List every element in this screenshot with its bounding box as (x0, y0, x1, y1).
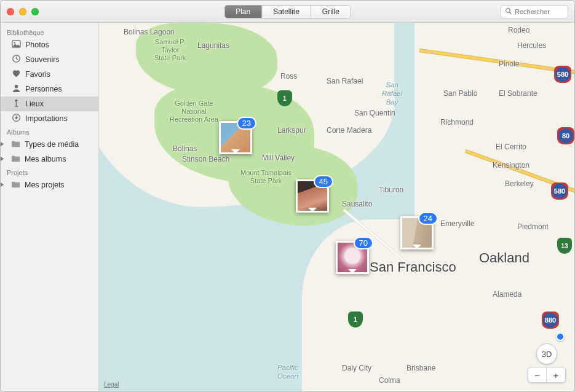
sidebar-item-my-projects[interactable]: Mes projets (1, 178, 98, 192)
sidebar-item-label: Photos (25, 41, 49, 49)
water-label: PacificOcean (277, 364, 298, 381)
photo-cluster-pin[interactable]: 23 (219, 121, 252, 154)
photo-count-badge: 23 (237, 117, 256, 130)
main-body: Bibliothèque Photos Souvenirs Favoris Pe… (1, 23, 574, 391)
sidebar-item-label: Personnes (25, 85, 62, 93)
person-icon (12, 84, 21, 95)
folder-icon (11, 179, 20, 190)
sidebar-item-label: Mes albums (25, 155, 66, 163)
city-label: Tiburon (379, 186, 403, 194)
map-controls: 3D − + (528, 332, 566, 383)
state-route-shield: 1 (277, 90, 292, 106)
zoom-in-button[interactable]: + (547, 367, 565, 382)
sidebar-section-albums: Albums (1, 126, 98, 137)
sidebar-item-label: Favoris (25, 70, 50, 79)
close-window-button[interactable] (7, 8, 14, 15)
fullscreen-window-button[interactable] (31, 8, 39, 15)
compass-icon[interactable] (556, 332, 565, 341)
sidebar-item-my-albums[interactable]: Mes albums (1, 152, 98, 167)
sidebar-item-memories[interactable]: Souvenirs (1, 52, 98, 67)
photo-cluster-pin[interactable]: 70 (336, 241, 369, 274)
clock-icon (12, 54, 21, 65)
sidebar-item-label: Types de média (25, 140, 79, 149)
view-mode-grid[interactable]: Grille (311, 6, 351, 18)
photo-cluster-pin[interactable]: 45 (296, 179, 329, 213)
state-route-shield: 1 (348, 312, 363, 327)
map-view[interactable]: Samuel P.TaylorState Park Golden GateNat… (99, 23, 574, 391)
svg-point-3 (15, 85, 18, 88)
legal-link[interactable]: Legal (104, 381, 119, 388)
heart-icon (12, 69, 21, 80)
svg-point-1 (14, 42, 15, 43)
app-window: Plan Satellite Grille Bibliothèque Photo… (0, 0, 575, 392)
sidebar-item-label: Mes projets (25, 181, 65, 189)
interstate-shield: 580 (554, 66, 571, 83)
titlebar: Plan Satellite Grille (1, 1, 574, 23)
search-icon (505, 6, 515, 17)
download-icon (12, 113, 21, 124)
sidebar-section-library: Bibliothèque (1, 26, 98, 37)
folder-icon (11, 139, 20, 150)
photo-count-badge: 24 (418, 212, 438, 225)
interstate-shield: 580 (551, 182, 568, 200)
zoom-out-button[interactable]: − (528, 367, 547, 382)
pin-icon (12, 98, 21, 109)
sidebar-item-people[interactable]: Personnes (1, 82, 98, 96)
sidebar-section-projects: Projets (1, 167, 98, 178)
view-mode-plan[interactable]: Plan (224, 6, 261, 18)
svg-point-4 (15, 100, 17, 102)
view-mode-segmented: Plan Satellite Grille (224, 5, 351, 18)
photo-count-badge: 45 (314, 175, 333, 188)
sidebar-item-media-types[interactable]: Types de média (1, 137, 98, 152)
minimize-window-button[interactable] (19, 8, 26, 15)
sidebar-item-imports[interactable]: Importations (1, 111, 98, 126)
search-field[interactable] (501, 5, 568, 18)
zoom-control: − + (528, 367, 566, 383)
photo-count-badge: 70 (354, 237, 373, 249)
folder-icon (11, 154, 20, 165)
photo-cluster-pin[interactable]: 24 (400, 216, 434, 249)
interstate-shield: 80 (557, 127, 574, 144)
park-area (228, 146, 357, 225)
sidebar-item-places[interactable]: Lieux (1, 96, 98, 111)
sidebar: Bibliothèque Photos Souvenirs Favoris Pe… (1, 23, 99, 391)
state-route-shield: 13 (557, 238, 572, 254)
sidebar-item-label: Souvenirs (25, 55, 60, 64)
sidebar-item-photos[interactable]: Photos (1, 37, 98, 52)
sidebar-item-favorites[interactable]: Favoris (1, 67, 98, 82)
toggle-3d-button[interactable]: 3D (536, 343, 557, 364)
sidebar-item-label: Importations (25, 114, 68, 123)
window-controls (7, 8, 39, 15)
view-mode-satellite[interactable]: Satellite (261, 6, 311, 18)
search-input[interactable] (515, 8, 564, 15)
photos-icon (12, 39, 21, 50)
sidebar-item-label: Lieux (25, 100, 44, 108)
interstate-shield: 880 (542, 312, 559, 329)
